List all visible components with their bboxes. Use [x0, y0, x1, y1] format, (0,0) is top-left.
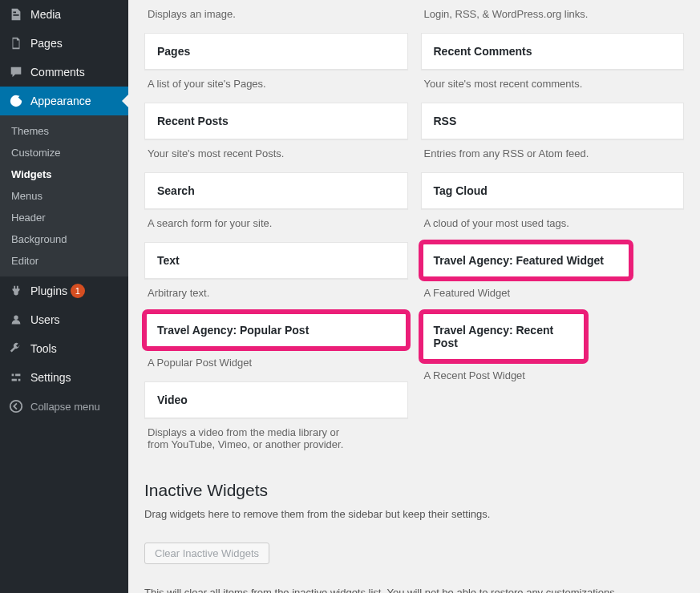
- widget-title: Pages: [157, 45, 395, 58]
- sidebar-label: Comments: [30, 66, 85, 79]
- settings-icon: [8, 369, 24, 385]
- admin-sidebar: Media Pages Comments Appearance Themes C…: [0, 0, 128, 593]
- widget-title: Travel Agency: Popular Post: [157, 324, 395, 337]
- widget-desc: A Featured Widget: [421, 279, 685, 312]
- sidebar-item-appearance[interactable]: Appearance: [0, 87, 128, 115]
- widget-title: Travel Agency: Recent Post: [434, 324, 574, 349]
- widget-video[interactable]: Video: [144, 381, 408, 418]
- submenu-editor[interactable]: Editor: [0, 250, 128, 272]
- widget-desc: Login, RSS, & WordPress.org links.: [421, 0, 685, 33]
- widget-rss[interactable]: RSS: [421, 103, 685, 139]
- widget-title: RSS: [434, 115, 672, 127]
- widgets-column-left: Displays an image. Pages A list of your …: [144, 0, 408, 463]
- inactive-heading: Inactive Widgets: [144, 481, 684, 500]
- inactive-widgets-section: Inactive Widgets Drag widgets here to re…: [144, 481, 684, 593]
- widget-desc: Displays an image.: [144, 0, 408, 33]
- sidebar-label: Pages: [30, 37, 63, 50]
- submenu-menus[interactable]: Menus: [0, 185, 128, 207]
- widget-search[interactable]: Search: [144, 172, 408, 209]
- submenu-background[interactable]: Background: [0, 228, 128, 250]
- sidebar-item-comments[interactable]: Comments: [0, 58, 128, 87]
- available-widgets: Displays an image. Pages A list of your …: [144, 0, 684, 463]
- collapse-menu[interactable]: Collapse menu: [0, 392, 128, 421]
- plugins-update-badge: 1: [71, 284, 85, 298]
- submenu-themes[interactable]: Themes: [0, 120, 128, 142]
- widget-desc: Your site's most recent comments.: [421, 70, 685, 103]
- widget-travel-recent-post[interactable]: Travel Agency: Recent Post: [421, 312, 587, 361]
- media-icon: [8, 6, 24, 22]
- sidebar-label: Tools: [30, 342, 57, 355]
- widget-title: Video: [157, 393, 395, 406]
- sidebar-item-settings[interactable]: Settings: [0, 363, 128, 392]
- widget-desc: Arbitrary text.: [144, 279, 408, 312]
- sidebar-label: Users: [30, 313, 60, 326]
- widget-title: Search: [157, 184, 395, 197]
- plugins-icon: [8, 283, 24, 299]
- appearance-icon: [8, 93, 24, 109]
- submenu-widgets[interactable]: Widgets: [0, 163, 128, 185]
- sidebar-item-media[interactable]: Media: [0, 0, 128, 29]
- sidebar-label: Settings: [30, 371, 71, 384]
- widget-desc: A search form for your site.: [144, 209, 408, 242]
- main-content: Displays an image. Pages A list of your …: [128, 0, 700, 593]
- comments-icon: [8, 64, 24, 80]
- widget-title: Travel Agency: Featured Widget: [434, 254, 619, 267]
- sidebar-item-tools[interactable]: Tools: [0, 334, 128, 363]
- widget-title: Recent Posts: [157, 115, 395, 127]
- sidebar-label: Media: [30, 8, 61, 21]
- widget-tag-cloud[interactable]: Tag Cloud: [421, 172, 685, 209]
- widget-title: Tag Cloud: [434, 184, 672, 197]
- inactive-note: This will clear all items from the inact…: [144, 587, 684, 593]
- sidebar-item-plugins[interactable]: Plugins 1: [0, 276, 128, 305]
- widget-desc: A Recent Post Widget: [421, 361, 685, 394]
- widget-desc: A list of your site's Pages.: [144, 70, 408, 103]
- widget-desc: Your site's most recent Posts.: [144, 139, 408, 172]
- widget-title: Recent Comments: [434, 45, 672, 58]
- pages-icon: [8, 35, 24, 51]
- widget-desc: Displays a video from the media library …: [144, 418, 353, 463]
- sidebar-item-pages[interactable]: Pages: [0, 29, 128, 58]
- collapse-icon: [8, 398, 24, 414]
- submenu-customize[interactable]: Customize: [0, 142, 128, 163]
- widget-travel-popular-post[interactable]: Travel Agency: Popular Post: [144, 312, 408, 349]
- collapse-label: Collapse menu: [30, 401, 100, 413]
- widget-desc: A cloud of your most used tags.: [421, 209, 685, 242]
- appearance-submenu: Themes Customize Widgets Menus Header Ba…: [0, 115, 128, 276]
- clear-inactive-button[interactable]: Clear Inactive Widgets: [144, 543, 269, 564]
- widget-travel-featured[interactable]: Travel Agency: Featured Widget: [421, 242, 632, 279]
- widget-recent-posts[interactable]: Recent Posts: [144, 103, 408, 139]
- inactive-subtext: Drag widgets here to remove them from th…: [144, 508, 684, 520]
- submenu-header[interactable]: Header: [0, 207, 128, 228]
- widgets-column-right: Login, RSS, & WordPress.org links. Recen…: [421, 0, 685, 463]
- widget-desc: A Popular Post Widget: [144, 349, 408, 381]
- svg-point-0: [10, 401, 22, 412]
- widget-desc: Entries from any RSS or Atom feed.: [421, 139, 685, 172]
- users-icon: [8, 312, 24, 328]
- widget-recent-comments[interactable]: Recent Comments: [421, 33, 685, 70]
- sidebar-label: Plugins: [30, 284, 67, 297]
- widget-title: Text: [157, 254, 395, 267]
- widget-pages[interactable]: Pages: [144, 33, 408, 70]
- widget-text[interactable]: Text: [144, 242, 408, 279]
- tools-icon: [8, 341, 24, 357]
- sidebar-label: Appearance: [30, 95, 91, 107]
- sidebar-item-users[interactable]: Users: [0, 305, 128, 334]
